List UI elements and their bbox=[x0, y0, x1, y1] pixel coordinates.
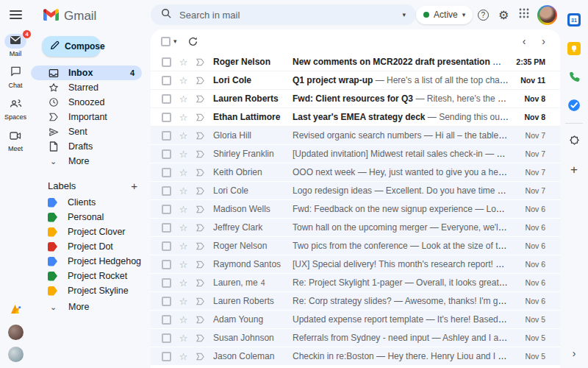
importance-marker-icon[interactable] bbox=[196, 334, 207, 342]
email-row[interactable]: ☆ Roger Nelson New comments on MCR2022 d… bbox=[151, 53, 560, 71]
label-item[interactable]: Project Skyline bbox=[31, 283, 151, 298]
row-checkbox[interactable] bbox=[162, 297, 171, 306]
star-icon[interactable]: ☆ bbox=[178, 57, 189, 68]
search-input[interactable] bbox=[179, 10, 395, 21]
label-item[interactable]: Project Hedgehog bbox=[31, 254, 151, 269]
email-row[interactable]: ☆ Madison Wells Fwd: Feedback on the new… bbox=[151, 200, 560, 219]
row-checkbox[interactable] bbox=[162, 186, 171, 196]
sidebar-item-more[interactable]: ⌄ More bbox=[31, 154, 142, 169]
label-item[interactable]: Personal bbox=[31, 210, 151, 224]
star-icon[interactable]: ☆ bbox=[178, 222, 189, 233]
sidebar-item-sent[interactable]: Sent bbox=[31, 124, 142, 139]
get-add-ons-icon[interactable] bbox=[568, 135, 581, 147]
email-row[interactable]: ☆ Gloria Hill Revised organic search num… bbox=[151, 127, 560, 145]
email-row[interactable]: ☆ Raymond Santos [UX] Special delivery! … bbox=[151, 255, 560, 274]
star-icon[interactable]: ☆ bbox=[178, 259, 189, 270]
collapse-side-panel-button[interactable]: › bbox=[573, 347, 576, 368]
google-calendar-icon[interactable]: 31 bbox=[567, 13, 581, 26]
row-checkbox[interactable] bbox=[162, 223, 171, 233]
chat-space-logo[interactable] bbox=[10, 304, 22, 318]
importance-marker-icon[interactable] bbox=[196, 279, 207, 287]
label-item[interactable]: Project Dot bbox=[31, 239, 151, 254]
importance-marker-icon[interactable] bbox=[196, 261, 207, 269]
star-icon[interactable]: ☆ bbox=[178, 296, 189, 307]
email-row[interactable]: ☆ Ethan Lattimore Last year's EMEA strat… bbox=[151, 108, 560, 127]
importance-marker-icon[interactable] bbox=[196, 150, 207, 158]
star-icon[interactable]: ☆ bbox=[178, 314, 189, 325]
importance-marker-icon[interactable] bbox=[196, 95, 207, 103]
google-tasks-icon[interactable] bbox=[567, 99, 581, 112]
account-avatar[interactable] bbox=[537, 5, 557, 25]
sidebar-item-snoozed[interactable]: Snoozed bbox=[31, 95, 142, 110]
row-checkbox[interactable] bbox=[162, 94, 171, 104]
email-row[interactable]: ☆ Susan Johnson Referrals from Sydney - … bbox=[151, 329, 560, 347]
importance-marker-icon[interactable] bbox=[196, 187, 207, 195]
star-icon[interactable]: ☆ bbox=[178, 75, 189, 86]
email-row[interactable]: ☆ Lauren, me4 Re: Project Skylight 1-pag… bbox=[151, 274, 560, 292]
star-icon[interactable]: ☆ bbox=[178, 185, 189, 197]
star-icon[interactable]: ☆ bbox=[178, 149, 189, 160]
importance-marker-icon[interactable] bbox=[196, 169, 207, 177]
search-options-caret-icon[interactable]: ▾ bbox=[403, 11, 406, 18]
select-caret-icon[interactable]: ▾ bbox=[173, 38, 177, 45]
email-row[interactable]: ☆ Lauren Roberts Re: Corp strategy slide… bbox=[151, 292, 560, 311]
sidebar-item-drafts[interactable]: Drafts bbox=[31, 139, 142, 154]
rail-item-chat[interactable]: Chat bbox=[4, 66, 26, 89]
label-item[interactable]: Clients bbox=[31, 195, 151, 210]
email-row[interactable]: ☆ Lori Cole Q1 project wrap-up — Here's … bbox=[151, 71, 560, 90]
search-bar[interactable]: ▾ bbox=[151, 4, 416, 25]
google-keep-icon[interactable] bbox=[567, 42, 581, 55]
help-button[interactable]: ? bbox=[473, 4, 493, 25]
row-checkbox[interactable] bbox=[162, 205, 171, 214]
star-icon[interactable]: ☆ bbox=[178, 351, 189, 362]
row-checkbox[interactable] bbox=[162, 278, 171, 288]
star-icon[interactable]: ☆ bbox=[178, 93, 189, 105]
google-voice-icon[interactable] bbox=[568, 71, 581, 83]
row-checkbox[interactable] bbox=[162, 315, 171, 325]
email-row[interactable]: ☆ Lauren Roberts Fwd: Client resources f… bbox=[151, 90, 560, 108]
row-checkbox[interactable] bbox=[162, 131, 171, 141]
rail-item-spaces[interactable]: Spaces bbox=[4, 97, 26, 121]
row-checkbox[interactable] bbox=[162, 168, 171, 177]
rail-item-meet[interactable]: Meet bbox=[4, 129, 26, 152]
status-selector[interactable]: Active ▾ bbox=[416, 6, 473, 24]
chat-contact-avatar-2[interactable] bbox=[8, 347, 24, 362]
label-item[interactable]: Project Rocket bbox=[31, 269, 151, 283]
importance-marker-icon[interactable] bbox=[196, 132, 207, 140]
create-label-button[interactable]: + bbox=[131, 180, 137, 191]
star-icon[interactable]: ☆ bbox=[178, 130, 189, 141]
star-icon[interactable]: ☆ bbox=[178, 167, 189, 178]
importance-marker-icon[interactable] bbox=[196, 316, 207, 324]
sidebar-item-important[interactable]: Important bbox=[31, 110, 142, 124]
email-row[interactable]: ☆ Roger Nelson Two pics from the confere… bbox=[151, 237, 560, 255]
rail-item-mail[interactable]: 4 Mail bbox=[4, 34, 26, 57]
row-checkbox[interactable] bbox=[162, 57, 171, 67]
main-menu-icon[interactable] bbox=[10, 10, 22, 19]
importance-marker-icon[interactable] bbox=[196, 297, 207, 305]
label-item[interactable]: Project Clover bbox=[31, 224, 151, 239]
row-checkbox[interactable] bbox=[162, 241, 171, 251]
row-checkbox[interactable] bbox=[162, 333, 171, 343]
row-checkbox[interactable] bbox=[162, 352, 171, 361]
star-icon[interactable]: ☆ bbox=[178, 204, 189, 215]
email-row[interactable]: ☆ Keith Obrien OOO next week — Hey, just… bbox=[151, 163, 560, 182]
importance-marker-icon[interactable] bbox=[196, 113, 207, 121]
row-checkbox[interactable] bbox=[162, 76, 171, 85]
select-all-checkbox[interactable] bbox=[161, 37, 171, 46]
star-icon[interactable]: ☆ bbox=[178, 333, 189, 344]
sidebar-item-starred[interactable]: Starred bbox=[31, 80, 142, 95]
email-row[interactable]: ☆ Adam Young Updated expense report temp… bbox=[151, 311, 560, 329]
email-row[interactable]: ☆ Jason Coleman Checkin in re:Boston — H… bbox=[151, 347, 560, 366]
email-row[interactable]: ☆ Jeffrey Clark Town hall on the upcomin… bbox=[151, 219, 560, 237]
refresh-button[interactable] bbox=[187, 36, 198, 47]
settings-button[interactable]: ⚙ bbox=[493, 4, 514, 25]
newer-page-button[interactable]: ‹ bbox=[523, 35, 526, 47]
importance-marker-icon[interactable] bbox=[196, 205, 207, 213]
chat-contact-avatar-1[interactable] bbox=[8, 325, 24, 340]
row-checkbox[interactable] bbox=[162, 149, 171, 159]
row-checkbox[interactable] bbox=[162, 113, 171, 122]
email-row[interactable]: ☆ Shirley Franklin [Updated invitation] … bbox=[151, 145, 560, 163]
google-apps-button[interactable] bbox=[514, 4, 534, 25]
star-icon[interactable]: ☆ bbox=[178, 277, 189, 289]
importance-marker-icon[interactable] bbox=[196, 58, 207, 66]
